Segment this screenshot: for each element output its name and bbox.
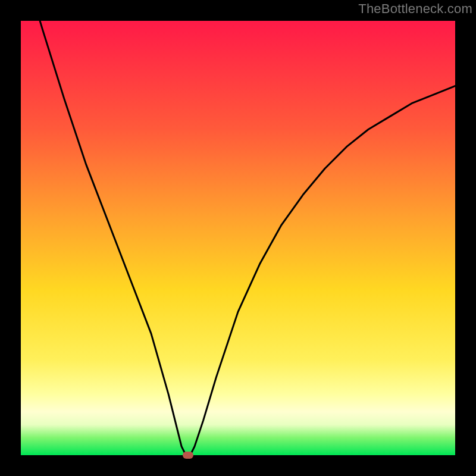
- bottleneck-curve: [21, 21, 455, 455]
- chart-frame: TheBottleneck.com: [0, 0, 476, 476]
- plot-area: [21, 21, 455, 455]
- watermark-text: TheBottleneck.com: [358, 1, 472, 17]
- optimal-point-marker: [183, 452, 193, 459]
